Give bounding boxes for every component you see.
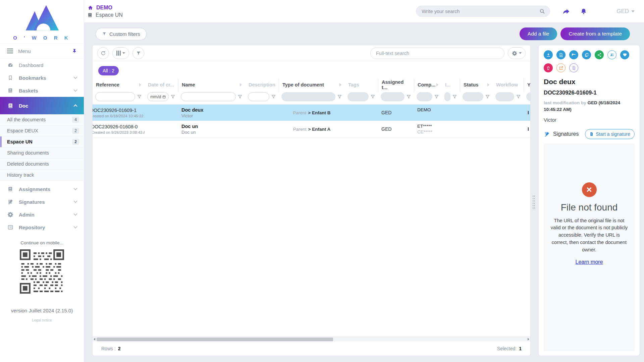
user-menu[interactable]: GED <box>616 8 635 15</box>
funnel-icon[interactable] <box>271 94 276 99</box>
legal-notice-link[interactable]: Legal notice <box>0 318 84 322</box>
sidebar-item-signatures[interactable]: Signatures <box>0 195 84 208</box>
tab-all[interactable]: All : 2 <box>98 66 119 75</box>
error-title: File not found <box>561 202 618 213</box>
filter-type-select[interactable] <box>281 92 335 101</box>
funnel-icon[interactable] <box>237 94 243 99</box>
created-date: Created on 9/26/2023 3:08:43 AM <box>93 130 145 134</box>
breadcrumb-root[interactable]: DEMO <box>88 5 123 11</box>
funnel-icon[interactable] <box>337 94 342 99</box>
refresh-button[interactable] <box>97 47 109 59</box>
filter-tags-select[interactable] <box>347 92 369 101</box>
sidebar-subitem-sharing-documents[interactable]: Sharing documents <box>0 147 84 159</box>
breadcrumb-page[interactable]: Espace UN <box>88 12 123 18</box>
column-header-type-of-document[interactable]: Type of document <box>279 79 345 92</box>
fulltext-search-input[interactable] <box>370 48 504 59</box>
main-area: DEMO Espace UN GED <box>84 0 644 362</box>
copy-icon[interactable] <box>582 50 591 59</box>
users-icon[interactable] <box>607 50 616 59</box>
file-upload-icon[interactable] <box>556 50 566 59</box>
table-settings-button[interactable] <box>508 47 526 59</box>
filter-i-select[interactable] <box>444 92 450 101</box>
sidebar-item-dashboard[interactable]: Dashboard <box>0 59 84 71</box>
panel-resize-handle[interactable] <box>532 195 535 210</box>
funnel-icon[interactable] <box>370 94 375 99</box>
sidebar-subitem-espace-deux[interactable]: Espace DEUX 2 <box>0 125 84 136</box>
external-link-icon[interactable] <box>556 63 566 72</box>
create-from-template-button[interactable]: Create from a template <box>560 27 630 40</box>
sidebar-subitem-all-documents[interactable]: All the documents 4 <box>0 114 84 125</box>
search-icon[interactable] <box>539 8 545 14</box>
filter-assigned-select[interactable] <box>381 92 405 101</box>
funnel-icon[interactable] <box>434 94 439 99</box>
column-header-assigned-to[interactable]: Assigned t... <box>378 79 414 92</box>
name-cell: Doc deux Victor <box>178 105 245 121</box>
column-header-name[interactable]: Name <box>178 79 245 92</box>
columns-button[interactable] <box>112 47 129 59</box>
sidebar-subitem-deleted-documents[interactable]: Deleted documents <box>0 159 84 170</box>
horizontal-scrollbar[interactable] <box>93 337 530 342</box>
sidebar-item-bookmarks[interactable]: Bookmarks <box>0 71 84 84</box>
column-header-workflow[interactable]: Workflow <box>493 79 524 92</box>
heart-icon[interactable] <box>620 50 629 59</box>
column-header-company[interactable]: Comp... <box>414 79 442 92</box>
sidebar-item-assignments[interactable]: Assignments <box>0 183 84 195</box>
funnel-icon[interactable] <box>516 94 521 99</box>
chevron-down-icon <box>73 88 77 92</box>
learn-more-link[interactable]: Learn more <box>576 259 603 265</box>
y-cell: I <box>524 105 531 121</box>
funnel-icon[interactable] <box>485 94 490 99</box>
filter-button[interactable] <box>132 47 144 59</box>
add-file-button[interactable]: Add a file <box>520 27 557 40</box>
filter-date-input[interactable]: mm/d <box>147 92 169 101</box>
column-header-description[interactable]: Description <box>245 79 279 92</box>
global-search-input[interactable] <box>421 8 539 14</box>
filter-company-select[interactable] <box>417 92 432 101</box>
sidebar-item-baskets[interactable]: Baskets <box>0 84 84 97</box>
filter-reference-input[interactable] <box>95 92 135 101</box>
sidebar-subitem-espace-un[interactable]: Espace UN 2 <box>0 136 84 147</box>
funnel-icon[interactable] <box>170 94 175 99</box>
filter-name-input[interactable] <box>181 92 236 101</box>
scroll-left-icon[interactable] <box>94 338 95 341</box>
funnel-icon[interactable] <box>406 94 411 99</box>
hamburger-icon[interactable] <box>7 49 13 53</box>
tab-row: All : 2 <box>93 61 530 79</box>
mountain-logo-icon <box>23 4 60 33</box>
documents-table-card: All : 2 Reference Date of cr... Name Des… <box>92 45 531 356</box>
download-icon[interactable] <box>544 50 553 59</box>
column-header-date-of-creation[interactable]: Date of cr... <box>145 79 178 92</box>
scrollbar-thumb[interactable] <box>97 338 333 341</box>
funnel-icon[interactable] <box>137 94 142 99</box>
column-header-reference[interactable]: Reference <box>93 79 145 92</box>
share-forward-icon[interactable] <box>562 8 570 15</box>
scroll-right-icon[interactable] <box>528 338 529 341</box>
column-header-i[interactable]: I... <box>442 79 460 92</box>
folder-open-icon[interactable] <box>569 50 578 59</box>
share-icon[interactable] <box>595 50 604 59</box>
start-signature-button[interactable]: Start a signature <box>585 129 635 139</box>
filter-description-input[interactable] <box>248 92 269 101</box>
pin-icon[interactable] <box>72 48 77 54</box>
sidebar-item-repository[interactable]: Repository <box>0 221 84 234</box>
sidebar-subitem-history-track[interactable]: History track <box>0 170 84 181</box>
trash-icon[interactable] <box>544 63 553 72</box>
funnel-icon[interactable] <box>452 94 457 99</box>
filter-y-select[interactable] <box>526 92 531 101</box>
sidebar-item-admin[interactable]: Admin <box>0 208 84 221</box>
custom-filters-button[interactable]: Custom filters <box>96 28 147 40</box>
document-detail-panel: Doc deux DOC230926-01609-1 last modifica… <box>538 45 640 356</box>
file-lines-icon[interactable] <box>569 63 578 72</box>
column-header-tags[interactable]: Tags <box>345 79 378 92</box>
column-header-y[interactable]: Y... <box>524 79 531 92</box>
type-cell: Parent > Enfant A <box>279 121 345 137</box>
bell-icon[interactable] <box>580 8 587 15</box>
table-row[interactable]: DOC230926-01608-0 Created on 9/26/2023 3… <box>93 121 531 137</box>
sidebar-item-doc[interactable]: Doc <box>0 97 84 114</box>
filter-workflow-select[interactable] <box>495 92 514 101</box>
sort-arrow-icon <box>487 83 489 86</box>
filter-status-select[interactable] <box>463 92 483 101</box>
table-row[interactable]: w DOC230926-01609-1 Created on 6/18/2024… <box>93 105 531 121</box>
book-icon <box>88 12 93 18</box>
column-header-status[interactable]: Status <box>460 79 493 92</box>
